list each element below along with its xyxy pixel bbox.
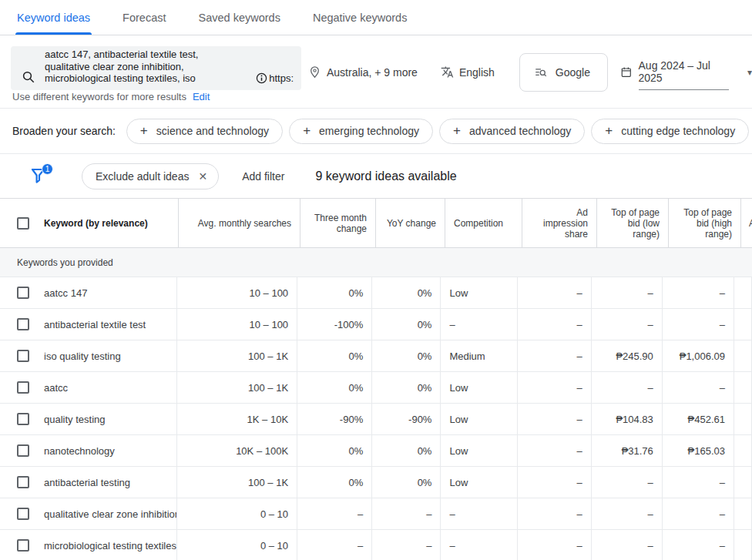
ad-impression-share-cell: – [518, 277, 592, 308]
search-icon [22, 70, 35, 84]
keyword-search-value: aatcc 147, antibacterial textile test, q… [45, 49, 223, 85]
competition-cell: Low [441, 372, 517, 403]
table-row: microbiological testing textiles 0 – 10 … [0, 530, 752, 560]
clipped-cell [734, 435, 752, 466]
yoy-change-cell: 0% [372, 467, 441, 498]
active-tab-underline [15, 32, 92, 35]
column-header-three-month-change[interactable]: Three month change [300, 199, 376, 247]
column-header-top-of-page-bid-low[interactable]: Top of page bid (low range) [597, 199, 669, 247]
keyword-search-box[interactable]: aatcc 147, antibacterial textile test, q… [11, 46, 301, 90]
row-checkbox[interactable] [17, 444, 29, 457]
broaden-chip-cutting-edge-technology[interactable]: + cutting edge technology [591, 119, 749, 144]
row-checkbox[interactable] [17, 287, 29, 299]
language-selector[interactable]: English [441, 65, 495, 79]
ad-impression-share-cell: – [518, 309, 592, 340]
three-month-change-cell: 0% [297, 435, 372, 466]
chip-label: Exclude adult ideas [96, 170, 189, 183]
ad-impression-share-cell: – [518, 467, 592, 498]
bid-low-cell: ₱31.76 [592, 435, 663, 466]
keyword-text: aatcc 147 [44, 287, 87, 299]
exclude-adult-ideas-chip[interactable]: Exclude adult ideas ✕ [82, 163, 219, 189]
filter-funnel-button[interactable]: 1 [29, 166, 49, 187]
table-body: aatcc 147 10 – 100 0% 0% Low – – – antib… [0, 277, 752, 560]
clipped-cell [734, 309, 752, 340]
tab-saved-keywords[interactable]: Saved keywords [197, 0, 282, 35]
column-header-top-of-page-bid-high[interactable]: Top of page bid (high range) [669, 199, 741, 247]
column-header-keyword[interactable]: Keyword (by relevance) [0, 199, 179, 247]
clipped-cell [734, 498, 752, 529]
table-header-row: Keyword (by relevance) Avg. monthly sear… [0, 199, 752, 248]
tab-keyword-ideas[interactable]: Keyword ideas [15, 0, 92, 35]
bid-high-cell: – [663, 372, 734, 403]
keyword-text: antibacterial textile test [44, 319, 146, 330]
bid-low-cell: – [592, 498, 663, 529]
chip-label: advanced technology [469, 125, 571, 137]
row-checkbox[interactable] [17, 476, 29, 488]
row-checkbox[interactable] [17, 539, 29, 552]
filter-bar: 1 Exclude adult ideas ✕ Add filter 9 key… [0, 154, 752, 198]
keyword-cell: qualitative clear zone inhibition [0, 498, 177, 529]
clipped-cell [734, 467, 752, 498]
search-helper-row: Use different keywords for more resultsE… [12, 91, 210, 102]
bid-high-cell: – [663, 277, 734, 308]
column-label: Top of page bid (low range) [606, 207, 660, 240]
section-label: Keywords you provided [17, 257, 113, 268]
column-label: Avg. monthly searches [198, 218, 291, 229]
keyword-cell: nanotechnology [0, 435, 177, 466]
column-header-ad-impression-share[interactable]: Ad impression share [522, 199, 597, 247]
site-filter[interactable]: https: [256, 72, 294, 84]
keyword-cell: antibacterial testing [0, 467, 177, 498]
table-row: aatcc 100 – 1K 0% 0% Low – – – [0, 372, 752, 404]
broaden-chip-science-and-technology[interactable]: + science and technology [126, 119, 283, 144]
row-checkbox[interactable] [17, 350, 29, 362]
avg-monthly-searches-cell: 0 – 10 [177, 498, 297, 529]
plus-icon: + [453, 123, 461, 139]
column-header-competition[interactable]: Competition [445, 199, 522, 247]
broaden-chips: + science and technology + emerging tech… [126, 119, 752, 144]
close-icon[interactable]: ✕ [198, 170, 207, 183]
column-header-yoy-change[interactable]: YoY change [376, 199, 445, 247]
three-month-change-cell: – [297, 530, 372, 560]
tab-label: Saved keywords [199, 12, 280, 24]
location-selector[interactable]: Australia, + 9 more [308, 65, 418, 79]
three-month-change-cell: – [297, 498, 372, 529]
three-month-change-cell: 0% [297, 340, 372, 371]
clipped-cell [734, 372, 752, 403]
table-row: quality testing 1K – 10K -90% -90% Low –… [0, 404, 752, 435]
section-keywords-you-provided: Keywords you provided [0, 248, 752, 277]
avg-monthly-searches-cell: 10K – 100K [177, 435, 297, 466]
language-value: English [459, 66, 495, 79]
date-range-value: Aug 2024 – Jul 2025 [639, 59, 729, 90]
select-all-checkbox[interactable] [17, 217, 29, 230]
table-row: aatcc 147 10 – 100 0% 0% Low – – – [0, 277, 752, 309]
column-label: Keyword (by relevance) [44, 218, 148, 229]
edit-keywords-link[interactable]: Edit [193, 91, 210, 102]
tab-forecast[interactable]: Forecast [121, 0, 167, 35]
broaden-search-row: Broaden your search: + science and techn… [0, 109, 752, 154]
keyword-text: nanotechnology [44, 445, 115, 457]
yoy-change-cell: – [372, 530, 441, 560]
avg-monthly-searches-cell: 1K – 10K [177, 404, 297, 434]
yoy-change-cell: 0% [372, 277, 441, 308]
avg-monthly-searches-cell: 0 – 10 [177, 530, 297, 560]
keyword-cell: microbiological testing textiles [0, 530, 177, 560]
keyword-text: quality testing [44, 414, 106, 425]
column-header-avg-monthly-searches[interactable]: Avg. monthly searches [179, 199, 300, 247]
three-month-change-cell: -90% [297, 404, 372, 434]
broaden-chip-emerging-technology[interactable]: + emerging technology [289, 119, 433, 144]
row-checkbox[interactable] [17, 318, 29, 330]
tab-negative-keywords[interactable]: Negative keywords [311, 0, 409, 35]
broaden-chip-advanced-technology[interactable]: + advanced technology [439, 119, 585, 144]
site-filter-label: https: [269, 72, 294, 84]
keyword-cell: antibacterial textile test [0, 309, 177, 340]
add-filter-button[interactable]: Add filter [242, 170, 284, 183]
search-network-selector[interactable]: Google [519, 53, 608, 92]
bid-high-cell: ₱165.03 [663, 435, 734, 466]
row-checkbox[interactable] [17, 381, 29, 394]
ad-impression-share-cell: – [518, 435, 592, 466]
row-checkbox[interactable] [17, 508, 29, 520]
date-range-selector[interactable]: Aug 2024 – Jul 2025 ▾ [620, 59, 752, 85]
three-month-change-cell: 0% [297, 277, 372, 308]
keyword-text: aatcc [44, 382, 68, 394]
row-checkbox[interactable] [17, 413, 29, 425]
